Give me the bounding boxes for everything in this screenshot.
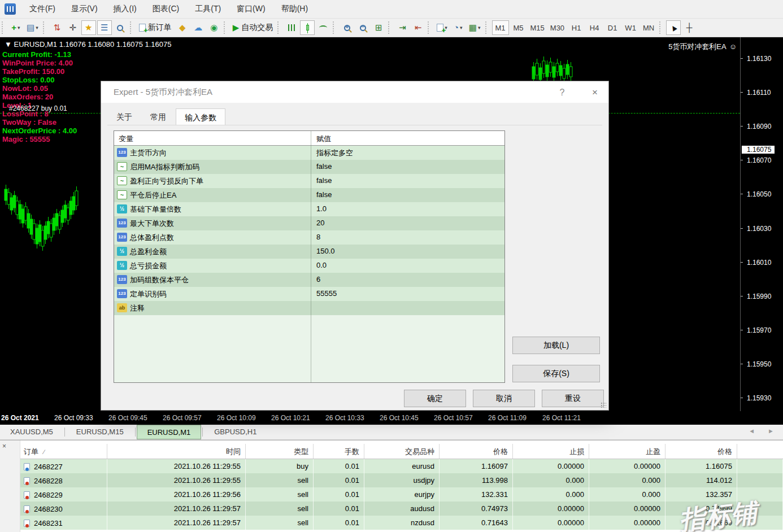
orders-col-2[interactable]: 类型 (246, 444, 314, 459)
timeframe-m30[interactable]: M30 (548, 20, 567, 35)
order-row[interactable]: 24682272021.10.26 11:29:55buy0.01eurusd1… (20, 459, 783, 473)
timeframe-m5[interactable]: M5 (510, 20, 527, 35)
parameter-value[interactable]: 20 (316, 219, 324, 227)
menu-insert[interactable]: 插入(I) (106, 1, 145, 17)
price-axis[interactable]: 1.161301.161101.160901.160751.160701.160… (740, 37, 783, 411)
toolbar-grip[interactable] (277, 21, 281, 34)
parameter-value[interactable]: 8 (316, 233, 320, 241)
auto-scroll-button[interactable]: ⇥ (395, 20, 410, 35)
order-row[interactable]: 24682282021.10.26 11:29:55sell0.01usdjpy… (20, 473, 783, 487)
terminal-button[interactable]: ☰ (97, 20, 112, 35)
new-order-button[interactable]: 新订单 (137, 20, 174, 35)
toolbar-grip[interactable] (428, 21, 432, 34)
zoom-in-button[interactable]: + (340, 20, 354, 35)
orders-col-0[interactable]: 订单 ∕ (20, 444, 107, 459)
parameter-row[interactable]: ½基础下单量倍数1.0 (114, 202, 504, 216)
chart-tab-EURUSD-M1[interactable]: EURUSD,M1 (137, 425, 202, 439)
data-window-button[interactable]: ✛ (66, 20, 80, 35)
orders-col-6[interactable]: 止损 (513, 444, 589, 459)
navigator-button[interactable]: ★ (81, 20, 96, 35)
orders-col-5[interactable]: 价格 (440, 444, 513, 459)
bar-chart-button[interactable] (284, 20, 299, 35)
autotrading-button[interactable]: ▶自动交易 (230, 20, 276, 35)
timeframe-m1[interactable]: M1 (492, 20, 509, 35)
parameter-row[interactable]: ~平仓后停止EAfalse (114, 188, 504, 202)
menu-file[interactable]: 文件(F) (21, 1, 63, 17)
strategy-tester-button[interactable] (113, 20, 128, 35)
parameter-value[interactable]: 0.0 (316, 261, 327, 269)
timeframe-h1[interactable]: H1 (568, 20, 585, 35)
panel-close-icon[interactable]: × (2, 443, 6, 450)
chart-symbol-header[interactable]: ▼ EURUSD,M1 1.16076 1.16080 1.16075 1.16… (5, 40, 171, 49)
toolbar-grip[interactable] (224, 21, 228, 34)
parameter-row[interactable]: ~启用MA指标判断加码false (114, 160, 504, 174)
toolbar-grip[interactable] (333, 21, 337, 34)
orders-col-3[interactable]: 手数 (314, 444, 364, 459)
reset-button[interactable]: 重设 (542, 390, 604, 407)
candlestick-button[interactable] (300, 20, 315, 35)
save-button[interactable]: 保存(S) (512, 365, 600, 382)
line-chart-button[interactable] (316, 20, 330, 35)
cursor-button[interactable]: ▲ (666, 20, 681, 35)
orders-col-8[interactable]: 价格 (665, 444, 737, 459)
parameter-table[interactable]: 变量 赋值 123主货币方向指标定多空~启用MA指标判断加码false~盈利正向… (114, 130, 505, 383)
parameter-row[interactable]: 123定单识别码55555 (114, 287, 504, 301)
chart-tab-XAUUSD-M5[interactable]: XAUUSD,M5 (0, 425, 63, 439)
close-icon[interactable]: × (588, 86, 602, 99)
dialog-tab-常用[interactable]: 常用 (142, 110, 175, 125)
load-button[interactable]: 加载(L) (512, 337, 600, 354)
parameter-row[interactable]: 123主货币方向指标定多空 (114, 146, 504, 160)
parameter-value[interactable]: false (316, 162, 332, 171)
parameter-row[interactable]: 123最大下单次数20 (114, 216, 504, 230)
parameter-row[interactable]: ab注释 (114, 301, 504, 315)
tab-scroll-arrows[interactable]: ◄ ► (749, 428, 780, 434)
menu-charts[interactable]: 图表(C) (145, 1, 187, 17)
timeframe-d1[interactable]: D1 (604, 20, 621, 35)
zoom-out-button[interactable]: − (355, 20, 370, 35)
parameter-row[interactable]: 123加码组数保本平仓6 (114, 273, 504, 287)
dialog-tab-关于[interactable]: 关于 (108, 110, 141, 125)
timeframe-mn[interactable]: MN (640, 20, 657, 35)
timeframe-h4[interactable]: H4 (586, 20, 603, 35)
menu-tools[interactable]: 工具(T) (187, 1, 229, 17)
orders-col-1[interactable]: 时间 (107, 444, 246, 459)
dialog-tab-输入参数[interactable]: 输入参数 (176, 108, 225, 125)
templates-button[interactable]: ▦▾ (467, 20, 483, 35)
crosshair-button[interactable]: ┼ (682, 20, 697, 35)
cancel-button[interactable]: 取消 (473, 390, 535, 407)
order-row[interactable]: 24682312021.10.26 11:29:57sell0.01nzdusd… (20, 516, 783, 530)
signals-button[interactable]: ◉ (207, 20, 221, 35)
order-row[interactable]: 24682292021.10.26 11:29:56sell0.01eurjpy… (20, 487, 783, 502)
toolbar-grip[interactable] (2, 21, 6, 34)
indicators-button[interactable]: ▾ (434, 20, 450, 35)
parameter-row[interactable]: 123总体盈利点数8 (114, 230, 504, 245)
chart-tab-GBPUSD-H1[interactable]: GBPUSD,H1 (204, 425, 267, 439)
menu-help[interactable]: 帮助(H) (273, 1, 316, 17)
parameter-value[interactable]: 150.0 (316, 247, 335, 255)
help-button[interactable]: ? (555, 86, 569, 99)
time-axis[interactable]: 26 Oct 202126 Oct 09:3326 Oct 09:4526 Oc… (0, 411, 783, 425)
parameter-row[interactable]: ~盈利正向亏损反向下单false (114, 174, 504, 188)
profiles-button[interactable]: ▤▾ (24, 20, 41, 35)
order-row[interactable]: 24682302021.10.26 11:29:57sell0.01audusd… (20, 502, 783, 516)
chart-shift-button[interactable]: ⇤ (411, 20, 425, 35)
new-chart-button[interactable]: +▾ (8, 20, 23, 35)
toolbar-grip[interactable] (659, 21, 663, 34)
parameter-row[interactable]: ½总盈利金额150.0 (114, 245, 504, 259)
dialog-titlebar[interactable]: Expert - 5货币对冲套利EA ? × (101, 81, 608, 103)
chart-tab-EURUSD-M15[interactable]: EURUSD,M15 (66, 425, 134, 439)
toolbar-grip[interactable] (388, 21, 392, 34)
tile-windows-button[interactable]: ⊞ (371, 20, 386, 35)
toolbar-grip[interactable] (485, 21, 489, 34)
metaeditor-button[interactable]: ◆ (175, 20, 190, 35)
orders-col-4[interactable]: 交易品种 (364, 444, 440, 459)
community-button[interactable]: ☁ (191, 20, 206, 35)
parameter-value[interactable]: 55555 (316, 289, 337, 298)
timeframe-m15[interactable]: M15 (528, 20, 547, 35)
timeframe-w1[interactable]: W1 (622, 20, 639, 35)
toolbar-grip[interactable] (43, 21, 47, 34)
menu-view[interactable]: 显示(V) (63, 1, 106, 17)
parameter-value[interactable]: false (316, 190, 332, 199)
expand-arrow-icon[interactable]: ▼ (5, 40, 12, 49)
parameter-value[interactable]: 1.0 (316, 204, 327, 213)
